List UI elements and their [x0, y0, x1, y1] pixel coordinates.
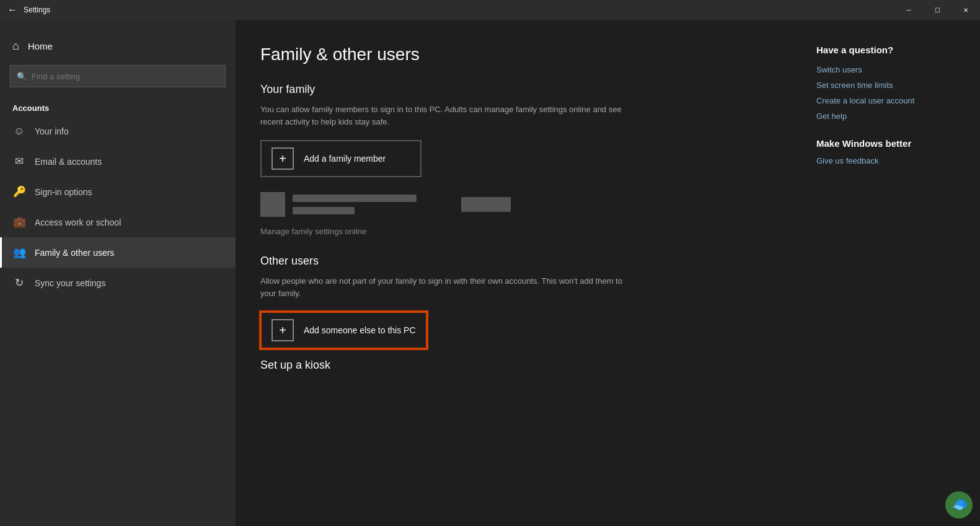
sidebar: ⌂ Home 🔍 Accounts ☺ Your info ✉ Email & … — [0, 20, 236, 526]
sidebar-item-access-work[interactable]: 💼 Access work or school — [0, 207, 236, 237]
sidebar-item-signin-label: Sign-in options — [35, 187, 92, 197]
email-accounts-icon: ✉ — [12, 155, 26, 168]
add-family-plus-icon: + — [271, 147, 294, 170]
back-button[interactable]: ← — [7, 4, 17, 15]
corner-avatar: 🧢 — [945, 491, 973, 519]
your-family-description: You can allow family members to sign in … — [260, 103, 632, 128]
search-box[interactable]: 🔍 — [10, 65, 226, 87]
your-family-title: Your family — [260, 83, 775, 96]
close-button[interactable]: ✕ — [951, 0, 980, 20]
add-family-member-button[interactable]: + Add a family member — [260, 140, 422, 177]
sidebar-item-family-users[interactable]: 👥 Family & other users — [0, 237, 236, 268]
sidebar-item-sync-label: Sync your settings — [35, 278, 105, 288]
screen-time-link[interactable]: Set screen time limits — [816, 81, 965, 90]
get-help-link[interactable]: Get help — [816, 112, 965, 121]
sidebar-home[interactable]: ⌂ Home — [0, 32, 236, 60]
main-content: Family & other users Your family You can… — [236, 20, 806, 526]
sidebar-item-sync-settings[interactable]: ↻ Sync your settings — [0, 268, 236, 298]
right-panel: Have a question? Switch users Set screen… — [806, 20, 980, 526]
other-users-description: Allow people who are not part of your fa… — [260, 275, 632, 299]
family-member-avatar — [260, 192, 285, 217]
sidebar-item-your-info[interactable]: ☺ Your info — [0, 116, 236, 146]
titlebar-title: Settings — [24, 6, 50, 14]
sidebar-item-family-label: Family & other users — [35, 248, 114, 258]
titlebar: ← Settings ─ ☐ ✕ — [0, 0, 980, 20]
page-title: Family & other users — [260, 45, 775, 64]
sidebar-item-email-accounts[interactable]: ✉ Email & accounts — [0, 146, 236, 177]
sidebar-item-sign-in[interactable]: 🔑 Sign-in options — [0, 177, 236, 207]
sign-in-icon: 🔑 — [12, 185, 26, 198]
family-member-action-blurred — [461, 197, 511, 212]
add-family-member-label: Add a family member — [304, 154, 386, 164]
sidebar-item-work-label: Access work or school — [35, 217, 121, 227]
add-someone-plus-icon: + — [271, 319, 294, 341]
sidebar-section-label: Accounts — [0, 97, 236, 116]
other-users-title: Other users — [260, 255, 775, 268]
family-users-icon: 👥 — [12, 246, 26, 259]
switch-users-link[interactable]: Switch users — [816, 65, 965, 74]
home-icon: ⌂ — [12, 40, 19, 53]
kiosk-title: Set up a kiosk — [260, 359, 775, 372]
add-someone-else-label: Add someone else to this PC — [304, 325, 416, 335]
family-member-email-blurred — [293, 207, 355, 214]
sidebar-item-email-label: Email & accounts — [35, 157, 102, 167]
make-windows-better-title: Make Windows better — [816, 138, 965, 149]
maximize-button[interactable]: ☐ — [923, 0, 951, 20]
sync-settings-icon: ↻ — [12, 276, 26, 289]
add-someone-else-button[interactable]: + Add someone else to this PC — [260, 312, 427, 349]
minimize-button[interactable]: ─ — [894, 0, 923, 20]
access-work-icon: 💼 — [12, 216, 26, 229]
manage-family-link[interactable]: Manage family settings online — [260, 227, 775, 236]
search-icon: 🔍 — [17, 72, 27, 81]
give-feedback-link[interactable]: Give us feedback — [816, 156, 965, 165]
sidebar-item-your-info-label: Your info — [35, 126, 69, 136]
family-member-row — [260, 187, 775, 222]
your-info-icon: ☺ — [12, 125, 26, 138]
local-account-link[interactable]: Create a local user account — [816, 96, 965, 105]
sidebar-home-label: Home — [28, 41, 53, 51]
search-input[interactable] — [32, 72, 219, 81]
family-member-name-blurred — [293, 195, 417, 202]
help-title: Have a question? — [816, 45, 965, 55]
